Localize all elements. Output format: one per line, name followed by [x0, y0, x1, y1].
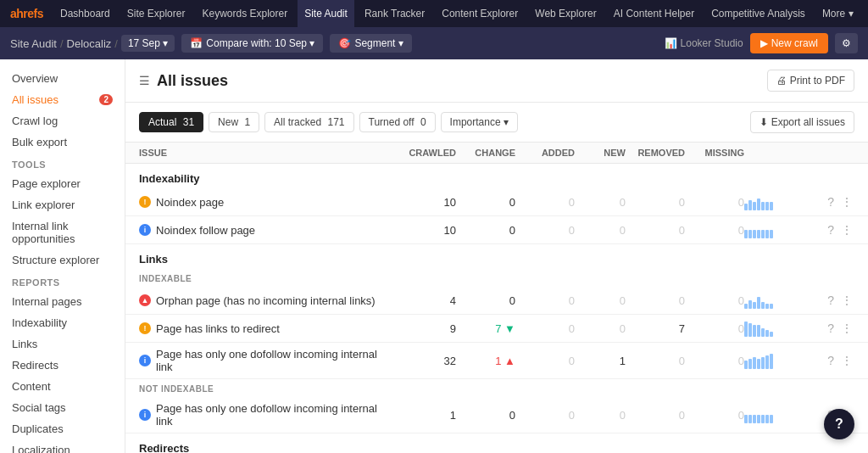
- table-row: i Noindex follow page 10 0 0 0 0 0: [125, 216, 868, 244]
- cell-removed: 0: [626, 409, 685, 422]
- logo[interactable]: ahrefs: [10, 7, 43, 20]
- nav-content-explorer[interactable]: Content Explorer: [435, 0, 525, 27]
- cell-missing: 0: [685, 355, 744, 367]
- all-issues-badge: 2: [99, 94, 113, 105]
- issue-link-noindex-follow[interactable]: Noindex follow page: [156, 224, 255, 237]
- sidebar-item-redirects[interactable]: Redirects: [0, 355, 125, 376]
- table-row: ! Page has links to redirect 9 7 ▼ 0 0 7…: [125, 315, 868, 343]
- issue-name-noindex-page: ! Noindex page: [139, 196, 388, 209]
- issue-name-orphan: ▲ Orphan page (has no incoming internal …: [139, 294, 388, 307]
- filter-buttons-group: Actual 31 New 1 All tracked 171 Turned o…: [139, 112, 518, 132]
- nav-ai-content-helper[interactable]: AI Content Helper: [607, 0, 701, 27]
- print-icon: 🖨: [776, 75, 787, 87]
- cell-missing: 0: [685, 224, 744, 237]
- section-indexability: Indexability: [125, 164, 868, 188]
- new-crawl-button[interactable]: ▶ New crawl: [750, 33, 828, 53]
- issue-link-orphan[interactable]: Orphan page (has no incoming internal li…: [156, 294, 376, 307]
- cell-removed: 0: [626, 355, 685, 367]
- issue-link-links-redirect[interactable]: Page has links to redirect: [156, 322, 280, 335]
- segment-button[interactable]: 🎯 Segment ▾: [330, 34, 411, 53]
- cell-crawled: 4: [388, 294, 456, 307]
- nav-site-explorer[interactable]: Site Explorer: [120, 0, 192, 27]
- sidebar-item-link-explorer[interactable]: Link explorer: [0, 194, 125, 215]
- row-actions: ? ⋮: [812, 352, 854, 369]
- sidebar-item-page-explorer[interactable]: Page explorer: [0, 173, 125, 194]
- sidebar-item-internal-pages[interactable]: Internal pages: [0, 291, 125, 312]
- nav-rank-tracker[interactable]: Rank Tracker: [358, 0, 431, 27]
- info-icon: i: [139, 355, 151, 366]
- monitor-icon[interactable]: 🖥: [864, 7, 868, 20]
- more-row-button[interactable]: ⋮: [839, 352, 854, 369]
- compare-button[interactable]: 📅 Compare with: 10 Sep ▾: [181, 34, 323, 53]
- sidebar-item-indexability[interactable]: Indexability: [0, 312, 125, 333]
- cell-removed: 0: [626, 196, 685, 209]
- date-selector-button[interactable]: 17 Sep ▾: [121, 35, 175, 52]
- more-row-button[interactable]: ⋮: [839, 320, 854, 337]
- sidebar-item-bulk-export[interactable]: Bulk export: [0, 131, 125, 153]
- export-all-issues-button[interactable]: ⬇ Export all issues: [750, 111, 854, 133]
- settings-button[interactable]: ⚙: [835, 33, 858, 53]
- nav-dashboard[interactable]: Dashboard: [53, 0, 117, 27]
- filter-new[interactable]: New 1: [209, 112, 259, 132]
- more-row-button[interactable]: ⋮: [839, 221, 854, 238]
- row-actions: ? ⋮: [812, 320, 854, 337]
- help-row-button[interactable]: ?: [826, 352, 836, 369]
- row-actions: ? ⋮: [812, 292, 854, 309]
- col-removed: Removed: [626, 148, 685, 158]
- sidebar-item-all-issues[interactable]: All issues 2: [0, 89, 125, 110]
- sidebar-item-internal-link-opportunities[interactable]: Internal link opportunities: [0, 215, 125, 249]
- filter-bar: Actual 31 New 1 All tracked 171 Turned o…: [125, 103, 868, 143]
- sidebar-item-crawl-log[interactable]: Crawl log: [0, 110, 125, 131]
- help-row-button[interactable]: ?: [826, 320, 836, 337]
- importance-filter-button[interactable]: Importance ▾: [441, 112, 518, 132]
- filter-all-tracked[interactable]: All tracked 171: [264, 112, 353, 132]
- sidebar-item-duplicates[interactable]: Duplicates: [0, 418, 125, 439]
- filter-turned-off[interactable]: Turned off 0: [359, 112, 436, 132]
- breadcrumb: Site Audit / Delocaliz / 17 Sep ▾: [10, 35, 175, 52]
- issue-link-noindex-page[interactable]: Noindex page: [156, 196, 224, 209]
- filter-actual[interactable]: Actual 31: [139, 112, 203, 132]
- issue-link-one-dofollow-ni[interactable]: Page has only one dofollow incoming inte…: [156, 402, 388, 428]
- breadcrumb-site-audit[interactable]: Site Audit: [10, 37, 57, 50]
- more-row-button[interactable]: ⋮: [839, 193, 854, 210]
- cell-new: 0: [575, 294, 626, 307]
- subsection-not-indexable: NOT INDEXABLE: [125, 379, 868, 397]
- sidebar-item-localization[interactable]: Localization: [0, 439, 125, 453]
- print-to-pdf-button[interactable]: 🖨 Print to PDF: [767, 70, 854, 92]
- info-icon: i: [139, 409, 151, 421]
- cell-new: 0: [575, 224, 626, 237]
- nav-keywords-explorer[interactable]: Keywords Explorer: [195, 0, 294, 27]
- cell-change: 0: [456, 409, 515, 422]
- sidebar-item-links[interactable]: Links: [0, 333, 125, 355]
- nav-site-audit[interactable]: Site Audit: [298, 0, 354, 27]
- nav-web-explorer[interactable]: Web Explorer: [528, 0, 603, 27]
- cell-added: 0: [515, 355, 575, 367]
- nav-more[interactable]: More ▾: [815, 0, 860, 27]
- cell-missing: 0: [685, 196, 744, 209]
- help-row-button[interactable]: ?: [826, 292, 836, 309]
- warning-icon: !: [139, 196, 151, 208]
- sidebar-item-social-tags[interactable]: Social tags: [0, 397, 125, 418]
- help-row-button[interactable]: ?: [826, 193, 836, 210]
- cell-new: 0: [575, 322, 626, 335]
- col-missing: Missing: [685, 148, 744, 158]
- page-title: All issues: [157, 72, 228, 90]
- hamburger-icon[interactable]: ☰: [139, 74, 150, 87]
- sidebar-item-overview[interactable]: Overview: [0, 68, 125, 89]
- cell-missing: 0: [685, 409, 744, 422]
- sidebar-item-structure-explorer[interactable]: Structure explorer: [0, 249, 125, 271]
- looker-studio-button[interactable]: 📊 Looker Studio: [665, 37, 743, 49]
- help-floating-button[interactable]: ?: [824, 409, 854, 439]
- sparkline-chart: [744, 406, 812, 423]
- nav-competitive-analysis[interactable]: Competitive Analysis: [704, 0, 812, 27]
- cell-removed: 0: [626, 224, 685, 237]
- page-title-row: ☰ All issues: [139, 72, 228, 90]
- breadcrumb-project[interactable]: Delocaliz: [67, 37, 112, 50]
- cell-crawled: 1: [388, 409, 456, 422]
- section-links: Links: [125, 244, 868, 269]
- cell-removed: 0: [626, 294, 685, 307]
- more-row-button[interactable]: ⋮: [839, 292, 854, 309]
- sidebar-item-content[interactable]: Content: [0, 376, 125, 397]
- help-row-button[interactable]: ?: [826, 221, 836, 238]
- issue-link-one-dofollow[interactable]: Page has only one dofollow incoming inte…: [156, 348, 388, 373]
